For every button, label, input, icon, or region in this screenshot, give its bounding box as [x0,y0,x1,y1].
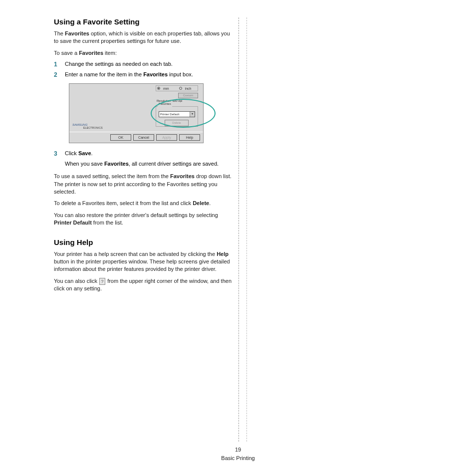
text-bold: Favorites [170,173,195,179]
apply-button[interactable]: Apply [156,134,177,141]
to-save-line: To save a Favorites item: [54,49,234,57]
text: You can also restore the printer driver'… [54,212,218,218]
text: Your printer has a help screen that can … [54,251,217,257]
units-radio-group: mm inch [156,85,198,91]
step-1: 1 Change the settings as needed on each … [54,60,234,68]
text: To use a saved setting, select the item … [54,173,170,179]
restore-paragraph: You can also restore the printer driver'… [54,212,234,227]
radio-inch-label: inch [185,87,192,90]
favorites-value: Printer Default [160,113,179,116]
text: When you save [65,161,104,167]
heading-using-help: Using Help [54,238,234,246]
printer-dialog-screenshot: mm inch Custom Resolution: 600 dpi Favor… [69,83,204,143]
text: Click [65,150,78,156]
text: item: [103,50,117,56]
radio-mm-label: mm [163,87,169,90]
text-bold: Favorites [79,50,103,56]
column-separator [238,17,239,442]
step-number: 2 [54,70,57,79]
page-number: 19 [235,447,241,453]
chevron-down-icon[interactable]: ▾ [190,112,195,117]
column-separator-2 [246,17,247,442]
text: input box. [168,71,193,77]
dialog-body: mm inch Custom Resolution: 600 dpi Favor… [69,84,203,131]
favorites-dropdown[interactable]: Printer Default ▾ [159,111,195,117]
text-bold: Printer Default [54,220,92,226]
favorites-delete-button[interactable]: Delete [165,120,189,126]
help-paragraph-1: Your printer has a help screen that can … [54,250,234,273]
text: To delete a Favorites item, select it fr… [54,200,193,206]
text-bold: Help [217,251,229,257]
footer-section: Basic Printing [221,455,254,461]
text-bold: Favorites [143,71,168,77]
step-text: Change the settings as needed on each ta… [65,61,173,67]
text-bold: Delete [193,200,209,206]
delete-paragraph: To delete a Favorites item, select it fr… [54,200,234,207]
text: You can also click [54,278,99,284]
text: , all current driver settings are saved. [129,161,219,167]
step-number: 3 [54,149,57,158]
question-mark-icon[interactable]: ? [99,278,105,285]
text-bold: Favorites [104,161,129,167]
dialog-button-row: OK Cancel Apply Help [69,132,203,143]
quality-custom-button[interactable]: Custom [178,93,198,98]
favorites-legend: Favorites [158,102,172,105]
samsung-logo: SAMSUNG ELECTRONICS [72,123,103,129]
favorites-group: Favorites Printer Default ▾ Delete [156,105,198,127]
heading-favorite-setting: Using a Favorite Setting [54,17,234,26]
text: . [209,200,211,206]
step-3: 3 Click Save. When you save Favorites, a… [54,149,234,168]
radio-mm[interactable] [157,87,160,90]
text-bold: Save [78,150,91,156]
page-footer: 19 Basic Printing [0,446,476,462]
cancel-button[interactable]: Cancel [133,134,154,141]
help-button[interactable]: Help [179,134,200,141]
step-2: 2 Enter a name for the item in the Favor… [54,70,234,79]
intro-paragraph: The Favorites option, which is visible o… [54,30,234,45]
text: from the list. [92,220,123,226]
radio-inch[interactable] [179,87,182,90]
text: Enter a name for the item in the [65,71,143,77]
ok-button[interactable]: OK [110,134,131,141]
step-3-sub: When you save Favorites, all current dri… [65,160,234,168]
text: button in the printer properties window.… [54,258,230,272]
step-number: 1 [54,60,57,69]
text: To save a [54,50,79,56]
text: The [54,30,65,36]
text: . [91,150,93,156]
use-saved-paragraph: To use a saved setting, select the item … [54,173,234,196]
text-bold: Favorites [65,30,89,36]
help-paragraph-2: You can also click ? from the upper righ… [54,277,234,293]
logo-subtext: ELECTRONICS [83,126,103,129]
